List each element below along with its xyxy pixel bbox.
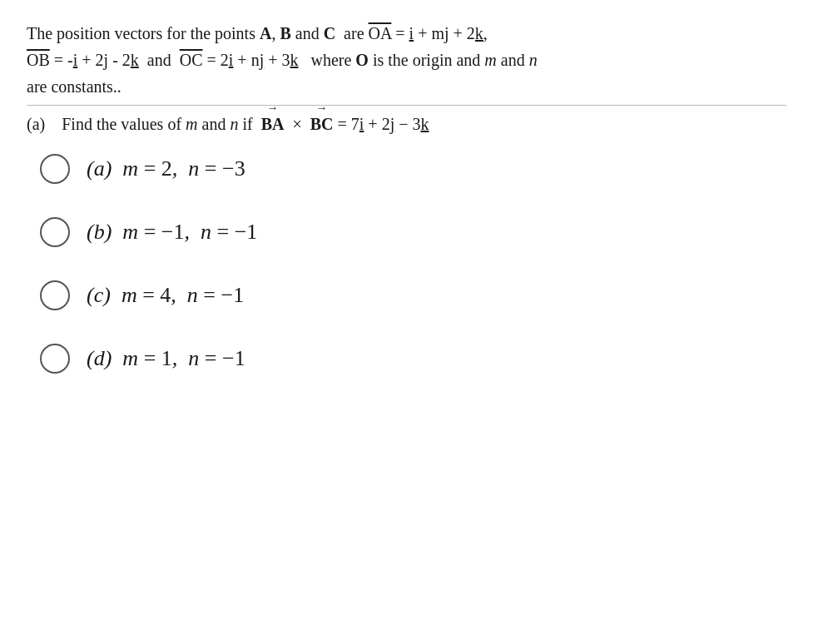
word-and: and (295, 24, 320, 42)
option-b-text: (b) m = −1, n = −1 (87, 220, 257, 245)
vector-BA: BA (261, 111, 285, 137)
option-a-text: (a) m = 2, n = −3 (87, 156, 245, 181)
radio-c[interactable] (40, 280, 70, 310)
question-line2: OB = -i + 2j - 2k and OC = 2i + nj + 3k … (27, 47, 786, 73)
option-c-text: (c) m = 4, n = −1 (87, 283, 244, 308)
question-block: The position vectors for the points A, B… (27, 20, 786, 137)
options-container: (a) m = 2, n = −3 (b) m = −1, n = −1 (c)… (27, 154, 786, 374)
option-row-d: (d) m = 1, n = −1 (27, 344, 786, 374)
question-line4: (a) Find the values of m and n if BA × B… (27, 105, 786, 137)
word-vectors: vectors (115, 24, 163, 42)
radio-d[interactable] (40, 344, 70, 374)
option-row-b: (b) m = −1, n = −1 (27, 217, 786, 247)
option-row-a: (a) m = 2, n = −3 (27, 154, 786, 184)
radio-b[interactable] (40, 217, 70, 247)
question-line1: The position vectors for the points A, B… (27, 20, 786, 47)
vector-BC: BC (310, 111, 334, 137)
option-row-c: (c) m = 4, n = −1 (27, 280, 786, 310)
main-card: The position vectors for the points A, B… (0, 0, 813, 644)
question-line3: are constants.. (27, 73, 786, 100)
radio-a[interactable] (40, 154, 70, 184)
option-d-text: (d) m = 1, n = −1 (87, 346, 245, 371)
